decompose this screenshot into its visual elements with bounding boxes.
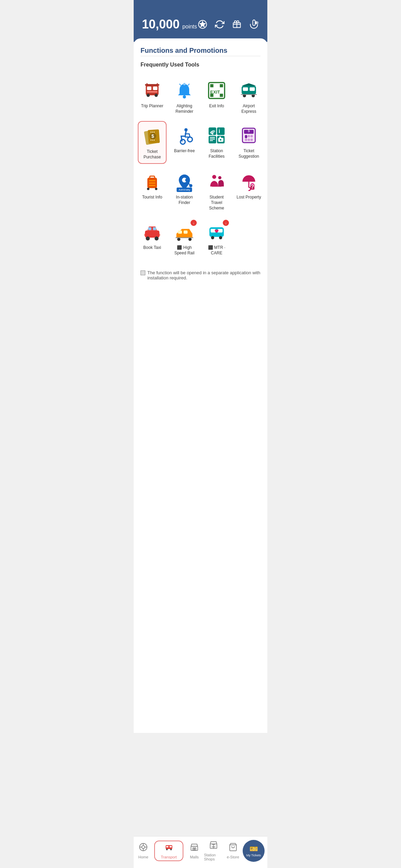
svg-point-92 bbox=[189, 238, 192, 241]
tool-ticket-purchase[interactable]: $ Ticket Purchase bbox=[138, 121, 167, 164]
svg-rect-109 bbox=[191, 846, 198, 851]
tool-ticket-suggestion[interactable]: + × ÷ − $ Ticket Suggestion bbox=[234, 121, 263, 164]
svg-point-99 bbox=[142, 846, 145, 849]
bottom-nav: Home Transport Malls bbox=[134, 836, 267, 868]
svg-rect-44 bbox=[210, 137, 215, 138]
svg-point-97 bbox=[219, 236, 222, 239]
tool-station-facilities[interactable]: i Station Facilities bbox=[202, 121, 231, 164]
svg-line-18 bbox=[180, 84, 181, 86]
svg-rect-8 bbox=[147, 86, 151, 90]
svg-point-63 bbox=[245, 135, 247, 137]
home-icon bbox=[139, 843, 148, 854]
high-speed-rail-label: ⬛ High Speed Rail bbox=[171, 245, 197, 256]
tool-in-station-finder[interactable]: Admiralty In-station Finder bbox=[170, 167, 199, 214]
svg-rect-84 bbox=[153, 227, 156, 230]
my-tickets-label: My Tickets bbox=[246, 854, 261, 857]
speaker-icon[interactable] bbox=[248, 19, 259, 30]
svg-text:$: $ bbox=[248, 129, 250, 133]
svg-point-86 bbox=[155, 237, 159, 241]
svg-rect-10 bbox=[147, 91, 157, 93]
svg-point-58 bbox=[248, 135, 250, 137]
svg-text:$: $ bbox=[151, 133, 154, 139]
tool-trip-planner[interactable]: Trip Planner bbox=[138, 76, 167, 118]
subsection-title: Frequently Used Tools bbox=[134, 56, 267, 71]
station-facilities-label: Station Facilities bbox=[204, 148, 230, 159]
tool-high-speed-rail[interactable]: ↓ ⬛ High Speed Rail bbox=[170, 218, 199, 259]
people-pink-icon bbox=[206, 171, 228, 193]
points-number: 10,000 bbox=[142, 17, 180, 32]
header-icons bbox=[197, 19, 259, 30]
ticket-icon: 🎫 bbox=[250, 845, 258, 853]
student-travel-label: Student Travel Scheme bbox=[204, 195, 230, 211]
nav-station-shops[interactable]: Station Shops bbox=[204, 839, 223, 863]
svg-rect-31 bbox=[241, 94, 257, 95]
tool-airport-express[interactable]: Airport Express bbox=[234, 76, 263, 118]
svg-rect-87 bbox=[144, 234, 145, 236]
svg-rect-27 bbox=[243, 87, 248, 91]
nav-home[interactable]: Home bbox=[134, 841, 153, 860]
svg-point-17 bbox=[183, 83, 186, 85]
svg-point-50 bbox=[220, 139, 221, 141]
svg-point-71 bbox=[155, 188, 157, 190]
tool-student-travel[interactable]: Student Travel Scheme bbox=[202, 167, 231, 214]
svg-text:i: i bbox=[219, 128, 220, 134]
note-checkbox-icon bbox=[141, 270, 145, 275]
nav-malls[interactable]: Malls bbox=[185, 841, 204, 860]
tool-barrier-free[interactable]: Barrier-free bbox=[170, 121, 199, 164]
svg-point-91 bbox=[177, 238, 180, 241]
gift-icon[interactable] bbox=[231, 19, 242, 30]
svg-point-96 bbox=[211, 236, 214, 239]
ticket-gold-icon: $ bbox=[141, 125, 163, 147]
svg-rect-106 bbox=[169, 846, 172, 847]
svg-point-59 bbox=[251, 135, 253, 137]
svg-rect-69 bbox=[149, 185, 156, 186]
note-text: The function will be opened in a separat… bbox=[147, 270, 260, 280]
luggage-orange-icon bbox=[141, 171, 163, 193]
tourist-info-label: Tourist Info bbox=[142, 195, 162, 200]
nav-e-store[interactable]: e-Store bbox=[223, 841, 243, 860]
svg-rect-68 bbox=[149, 183, 156, 184]
tool-tourist-info[interactable]: Tourist Info bbox=[138, 167, 167, 214]
tool-lost-property[interactable]: ? Lost Property bbox=[234, 167, 263, 214]
calculator-purple-icon: + × ÷ − $ bbox=[238, 124, 260, 146]
wheelchair-blue-icon bbox=[173, 124, 195, 146]
svg-point-73 bbox=[185, 179, 188, 182]
svg-rect-112 bbox=[195, 848, 196, 851]
svg-rect-24 bbox=[210, 94, 213, 97]
main-content: Functions and Promotions Frequently Used… bbox=[134, 38, 267, 733]
svg-point-40 bbox=[212, 133, 214, 135]
tool-book-taxi[interactable]: Book Taxi bbox=[138, 218, 167, 259]
exit-info-label: Exit Info bbox=[209, 104, 224, 109]
nav-transport-label: Transport bbox=[161, 855, 177, 859]
star-icon[interactable] bbox=[197, 19, 208, 30]
svg-rect-67 bbox=[149, 180, 156, 182]
svg-point-16 bbox=[183, 95, 186, 98]
tool-exit-info[interactable]: EXIT Exit Info bbox=[202, 76, 231, 118]
svg-rect-89 bbox=[178, 230, 182, 233]
svg-rect-7 bbox=[146, 85, 158, 95]
section-title: Functions and Promotions bbox=[134, 38, 267, 56]
svg-point-62 bbox=[251, 139, 253, 141]
svg-point-37 bbox=[180, 140, 185, 144]
svg-marker-1 bbox=[200, 22, 205, 27]
svg-rect-41 bbox=[217, 128, 224, 135]
malls-icon bbox=[190, 843, 199, 854]
svg-rect-9 bbox=[153, 86, 157, 90]
svg-point-12 bbox=[155, 94, 158, 97]
airport-express-label: Airport Express bbox=[236, 104, 262, 114]
ticket-suggestion-label: Ticket Suggestion bbox=[236, 148, 262, 159]
my-tickets-button[interactable]: 🎫 My Tickets bbox=[243, 840, 265, 862]
tool-mtr-care[interactable]: ↓ ⬛ MTR · CARE bbox=[202, 218, 231, 259]
station-shops-icon bbox=[209, 841, 218, 852]
svg-point-85 bbox=[146, 237, 150, 241]
in-station-finder-label: In-station Finder bbox=[171, 195, 197, 205]
nav-transport[interactable]: Transport bbox=[154, 841, 183, 861]
svg-point-107 bbox=[166, 849, 167, 850]
points-label: points bbox=[182, 24, 197, 30]
refresh-icon[interactable] bbox=[214, 19, 225, 30]
svg-rect-46 bbox=[210, 140, 213, 141]
svg-point-60 bbox=[245, 139, 247, 141]
map-blue-icon: Admiralty bbox=[173, 171, 195, 193]
tool-alighting-reminder[interactable]: Alighting Reminder bbox=[170, 76, 199, 118]
download-badge-care: ↓ bbox=[223, 220, 229, 226]
